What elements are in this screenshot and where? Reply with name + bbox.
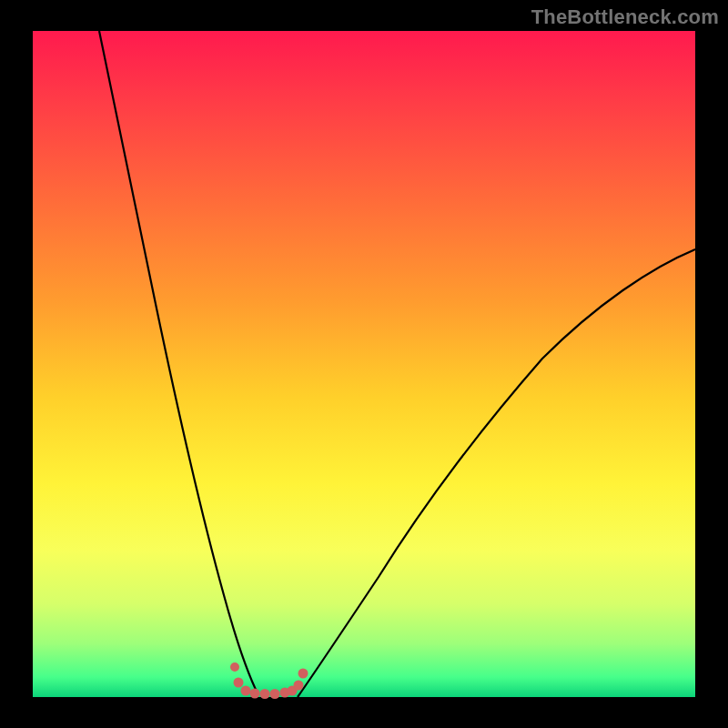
chart-frame: TheBottleneck.com <box>0 0 728 728</box>
svg-point-9 <box>298 669 308 679</box>
svg-point-5 <box>270 689 280 699</box>
svg-point-1 <box>234 678 244 688</box>
svg-point-8 <box>294 681 304 691</box>
left-curve <box>99 31 258 695</box>
svg-point-4 <box>260 689 270 699</box>
curve-layer <box>33 31 695 697</box>
svg-point-3 <box>250 689 260 699</box>
svg-point-2 <box>241 686 251 696</box>
watermark-text: TheBottleneck.com <box>531 5 719 29</box>
bottom-dot-segment <box>230 662 308 699</box>
svg-point-0 <box>230 662 239 672</box>
right-curve <box>298 249 695 697</box>
